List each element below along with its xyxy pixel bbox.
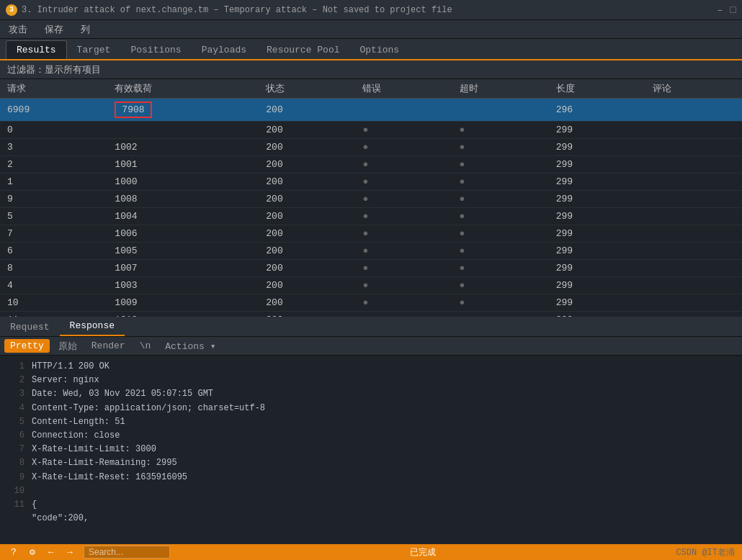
subtab-newline[interactable]: \n <box>134 339 157 353</box>
title-bar: 3 3. Intruder attack of next.change.tm –… <box>0 0 742 20</box>
cell-payload: 1001 <box>107 156 259 173</box>
response-code-area: 1HTTP/1.1 200 OK2Server: nginx3Date: Wed… <box>0 356 742 525</box>
cell-error: ● <box>355 173 452 191</box>
table-row[interactable]: 41003200●●299 <box>0 277 742 294</box>
cell-error <box>355 99 452 122</box>
cell-timeout: ● <box>452 277 549 294</box>
table-row[interactable]: 51004200●●299 <box>0 208 742 225</box>
cell-status: 200 <box>259 312 355 317</box>
cell-status: 200 <box>259 294 355 312</box>
line-number: 6 <box>7 429 24 443</box>
minimize-button[interactable]: – <box>717 4 723 16</box>
menu-save[interactable]: 保存 <box>42 22 66 37</box>
cell-payload: 1007 <box>107 260 259 277</box>
line-content: X-Rate-Limit-Limit: 3000 <box>32 443 735 456</box>
line-number <box>7 512 24 525</box>
panel-tab-response[interactable]: Response <box>60 317 125 336</box>
table-row[interactable]: 31002200●●299 <box>0 139 742 156</box>
table-row[interactable]: 101009200●●299 <box>0 294 742 312</box>
cell-error: ● <box>355 225 452 243</box>
cell-timeout: ● <box>452 294 549 312</box>
cell-comment <box>645 208 742 225</box>
cell-comment <box>645 277 742 294</box>
back-icon[interactable]: ← <box>45 546 58 559</box>
tab-payloads[interactable]: Payloads <box>192 41 256 59</box>
cell-comment <box>645 99 742 122</box>
cell-comment <box>645 122 742 139</box>
table-row[interactable]: 71006200●●299 <box>0 225 742 243</box>
table-row[interactable]: 0200●●299 <box>0 122 742 139</box>
table-row[interactable]: 21001200●●299 <box>0 156 742 173</box>
code-line: 7X-Rate-Limit-Limit: 3000 <box>7 443 735 456</box>
line-number: 5 <box>7 415 24 429</box>
cell-id: 0 <box>0 122 107 139</box>
cell-status: 200 <box>259 122 355 139</box>
tab-resource-pool[interactable]: Resource Pool <box>256 41 349 59</box>
cell-status: 200 <box>259 99 355 122</box>
table-row[interactable]: 111010200●●299 <box>0 312 742 317</box>
subtab-raw[interactable]: 原始 <box>53 338 83 354</box>
cell-payload: 1000 <box>107 173 259 191</box>
table-row[interactable]: 11000200●●299 <box>0 173 742 191</box>
tab-options[interactable]: Options <box>349 41 409 59</box>
cell-length: 299 <box>549 277 645 294</box>
code-line: 2Server: nginx <box>7 374 735 387</box>
cell-timeout: ● <box>452 243 549 260</box>
watermark: CSDN @IT老涌 <box>676 546 735 559</box>
cell-length: 299 <box>549 294 645 312</box>
cell-status: 200 <box>259 260 355 277</box>
maximize-button[interactable]: □ <box>730 4 736 16</box>
cell-timeout: ● <box>452 225 549 243</box>
line-number: 10 <box>7 484 24 498</box>
title-bar-controls[interactable]: – □ <box>717 4 736 16</box>
cell-length: 299 <box>549 312 645 317</box>
line-content: X-Rate-Limit-Reset: 1635916095 <box>32 471 735 484</box>
help-icon[interactable]: ? <box>7 546 20 559</box>
cell-payload <box>107 122 259 139</box>
cell-id: 6909 <box>0 99 107 122</box>
cell-id: 6 <box>0 243 107 260</box>
col-header-payload: 有效载荷 <box>107 79 259 99</box>
panel-tab-request[interactable]: Request <box>0 318 60 336</box>
cell-length: 296 <box>549 99 645 122</box>
cell-comment <box>645 139 742 156</box>
settings-icon[interactable]: ⚙ <box>26 546 39 559</box>
table-row[interactable]: 69097908200296 <box>0 99 742 122</box>
cell-timeout <box>452 99 549 122</box>
table-row[interactable]: 61005200●●299 <box>0 243 742 260</box>
forward-icon[interactable]: → <box>63 546 76 559</box>
menu-columns[interactable]: 列 <box>78 22 93 37</box>
cell-comment <box>645 173 742 191</box>
search-input[interactable] <box>84 546 170 559</box>
status-left: ? ⚙ ← → <box>7 546 170 559</box>
table-header-row: 请求 有效载荷 状态 错误 超时 长度 评论 <box>0 79 742 99</box>
cell-id: 8 <box>0 260 107 277</box>
tab-bar: Results Target Positions Payloads Resour… <box>0 39 742 60</box>
line-content: "code":200, <box>32 512 735 525</box>
line-number: 11 <box>7 498 24 512</box>
line-number: 2 <box>7 374 24 387</box>
cell-id: 2 <box>0 156 107 173</box>
subtab-pretty[interactable]: Pretty <box>4 339 50 353</box>
tab-results[interactable]: Results <box>6 40 67 59</box>
cell-timeout: ● <box>452 156 549 173</box>
cell-timeout: ● <box>452 122 549 139</box>
tab-positions[interactable]: Positions <box>120 41 191 59</box>
cell-payload: 1006 <box>107 225 259 243</box>
subtab-render[interactable]: Render <box>86 339 131 353</box>
table-row[interactable]: 81007200●●299 <box>0 260 742 277</box>
menu-attack[interactable]: 攻击 <box>6 22 30 37</box>
cell-id: 1 <box>0 173 107 191</box>
cell-error: ● <box>355 122 452 139</box>
cell-id: 5 <box>0 208 107 225</box>
status-bar: ? ⚙ ← → 已完成 CSDN @IT老涌 <box>0 544 742 560</box>
code-line: 3Date: Wed, 03 Nov 2021 05:07:15 GMT <box>7 387 735 401</box>
cell-comment <box>645 225 742 243</box>
table-row[interactable]: 91008200●●299 <box>0 191 742 208</box>
cell-timeout: ● <box>452 208 549 225</box>
cell-comment <box>645 260 742 277</box>
tab-target[interactable]: Target <box>67 41 121 59</box>
subtab-actions[interactable]: Actions ▾ <box>159 339 221 353</box>
line-content: X-Rate-Limit-Remaining: 2995 <box>32 456 735 470</box>
results-table-container: 请求 有效载荷 状态 错误 超时 长度 评论 69097908200296020… <box>0 79 742 317</box>
